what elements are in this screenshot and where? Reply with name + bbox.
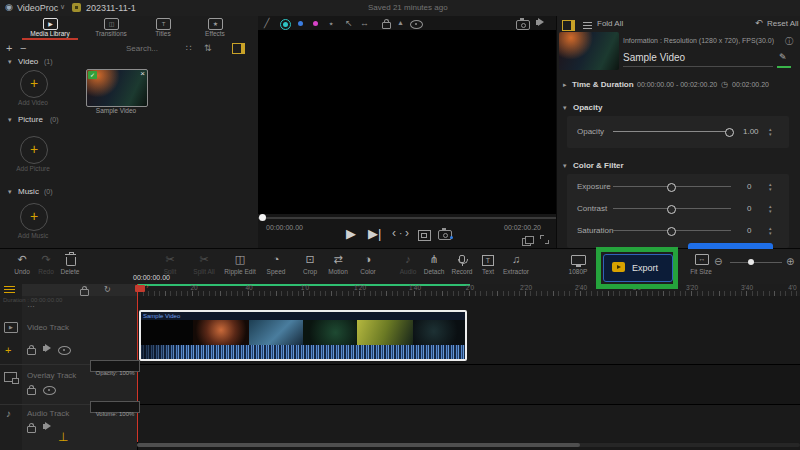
play-to-end-button[interactable]: ▶| — [368, 226, 381, 241]
timeline-zoom-slider[interactable] — [730, 262, 782, 263]
reset-all-button[interactable]: Reset All — [767, 19, 799, 28]
safe-area-icon[interactable]: ▲ — [397, 19, 404, 26]
search-input[interactable] — [124, 43, 186, 54]
fullscreen-icon[interactable] — [540, 235, 549, 244]
marker-dot-magenta-icon[interactable] — [313, 21, 318, 26]
star-tool-icon[interactable]: ⋆ — [328, 18, 334, 29]
marker-dot-teal-icon[interactable] — [280, 19, 291, 30]
saturation-stepper[interactable]: ▴ ▾ — [769, 226, 772, 235]
preview-viewport[interactable] — [258, 30, 556, 214]
tab-media-library[interactable]: ▶ Media Library — [18, 16, 82, 40]
rename-icon[interactable]: ✎ — [779, 52, 787, 62]
timeline-hscrollbar-thumb[interactable] — [137, 443, 580, 447]
delete-button[interactable]: Delete — [52, 252, 88, 275]
exposure-stepper[interactable]: ▴ ▾ — [769, 182, 772, 191]
seek-handle[interactable] — [259, 214, 266, 221]
volume-badge[interactable]: Volume: 100% — [90, 401, 140, 413]
prev-frame-button[interactable]: ‹ — [392, 226, 396, 240]
clip-name-field[interactable]: Sample Video — [623, 52, 685, 63]
resolution-1080p-button[interactable]: 1080P — [560, 252, 596, 275]
chevron-down-icon[interactable]: ∨ — [60, 3, 65, 11]
ruler-tool-icon[interactable]: ╱ — [264, 18, 269, 28]
contrast-slider-knob[interactable] — [667, 205, 676, 214]
video-track-visibility-icon[interactable] — [58, 346, 71, 355]
move-tool-icon[interactable]: ↔ — [360, 18, 369, 28]
camera-icon[interactable] — [516, 20, 530, 30]
add-track-button[interactable]: ⊥ — [58, 430, 68, 444]
timeline-zoom-in-button[interactable]: ⊕ — [786, 256, 794, 267]
split-button[interactable]: ✂ Split — [152, 252, 188, 275]
contrast-stepper[interactable]: ▴ ▾ — [769, 204, 772, 213]
global-lock-icon[interactable] — [80, 289, 89, 296]
pip-frame-button[interactable] — [418, 230, 431, 241]
lock-icon[interactable] — [382, 22, 391, 29]
saturation-slider-knob[interactable] — [667, 227, 676, 236]
step-down-icon[interactable]: ▾ — [769, 187, 772, 192]
color-button[interactable]: ◑ Color — [350, 252, 386, 275]
split-all-button[interactable]: ✂ Split All — [186, 252, 222, 275]
reset-all-icon[interactable]: ↶ — [755, 18, 763, 28]
playhead-marker[interactable] — [135, 285, 145, 292]
step-down-icon[interactable]: ▾ — [769, 132, 772, 137]
video-track-mute-icon[interactable] — [43, 346, 46, 351]
audio-track-lane[interactable] — [137, 404, 800, 442]
picture-section-caret[interactable]: ▾ — [8, 116, 12, 124]
fold-all-button[interactable]: Fold All — [597, 19, 623, 28]
select-tool-icon[interactable]: ↖ — [345, 18, 353, 28]
next-frame-button[interactable]: › — [405, 226, 409, 240]
marker-dot-blue-icon[interactable] — [298, 21, 303, 26]
loop-icon[interactable]: ↻ — [104, 285, 111, 294]
opacity-slider[interactable] — [613, 131, 731, 132]
audio-track-mute-icon[interactable] — [43, 424, 46, 429]
grid-view-icon[interactable]: ∷ — [186, 43, 192, 53]
track-list-icon[interactable] — [4, 286, 15, 287]
speaker-icon[interactable] — [536, 20, 539, 25]
panel-toggle-icon[interactable] — [232, 43, 245, 54]
extractor-button[interactable]: ♫ Extractor — [498, 252, 534, 275]
fold-all-icon[interactable] — [583, 22, 592, 23]
opacity-badge[interactable]: Opacity: 100% — [90, 360, 140, 372]
track-menu-ellipsis[interactable]: … — [27, 300, 35, 309]
time-duration-caret[interactable]: ▸ — [563, 81, 567, 89]
video-section-caret[interactable]: ▾ — [8, 58, 12, 66]
opacity-card: Opacity 1.00 ▴ ▾ — [567, 116, 789, 148]
remove-media-button[interactable]: − — [20, 42, 26, 54]
opacity-section-caret[interactable]: ▾ — [563, 104, 567, 112]
overlay-track-visibility-icon[interactable] — [43, 386, 56, 395]
tab-effects[interactable]: ★ Effects — [190, 16, 240, 40]
audio-track-lock-icon[interactable] — [27, 426, 36, 433]
color-filter-caret[interactable]: ▾ — [563, 162, 567, 170]
ripple-edit-button[interactable]: ◫ Ripple Edit — [222, 252, 258, 275]
play-button[interactable]: ▶ — [346, 226, 356, 241]
duplicate-view-icon[interactable] — [522, 238, 531, 246]
eye-icon[interactable] — [410, 20, 423, 29]
step-down-icon[interactable]: ▾ — [769, 231, 772, 236]
opacity-stepper[interactable]: ▴ ▾ — [769, 127, 772, 136]
info-icon[interactable]: ⓘ — [785, 36, 793, 47]
exposure-slider-knob[interactable] — [667, 183, 676, 192]
inspector-partial-blue-button[interactable] — [688, 243, 773, 249]
tab-transitions[interactable]: ◫ Transitions — [82, 16, 140, 40]
timeline-clip-sample-video[interactable]: Sample Video — [139, 310, 467, 361]
media-item-sample-video[interactable]: ✓ × — [86, 69, 148, 107]
panel-toggle-icon[interactable] — [562, 20, 575, 31]
app-menu[interactable]: VideoProc — [17, 3, 58, 13]
overlay-track-lock-icon[interactable] — [27, 388, 36, 395]
opacity-slider-knob[interactable] — [725, 128, 734, 137]
sort-icon[interactable]: ⇅ — [204, 43, 212, 53]
video-track-lock-icon[interactable] — [27, 348, 36, 355]
music-section-caret[interactable]: ▾ — [8, 188, 12, 196]
add-music-button[interactable]: + — [20, 203, 48, 231]
add-picture-button[interactable]: + — [20, 136, 48, 164]
step-down-icon[interactable]: ▾ — [769, 209, 772, 214]
timeline-zoom-out-button[interactable]: ⊖ — [714, 256, 722, 267]
overlay-track-lane[interactable] — [137, 364, 800, 404]
tab-titles[interactable]: T Titles — [140, 16, 186, 40]
close-icon[interactable]: × — [140, 69, 145, 78]
add-track-plus[interactable]: + — [5, 344, 11, 356]
timeline-zoom-knob[interactable] — [748, 259, 754, 265]
add-video-button[interactable]: + — [20, 70, 48, 98]
seek-bar[interactable] — [258, 217, 556, 219]
speed-button[interactable]: ◔ Speed — [258, 252, 294, 275]
add-media-button[interactable]: + — [6, 42, 12, 54]
